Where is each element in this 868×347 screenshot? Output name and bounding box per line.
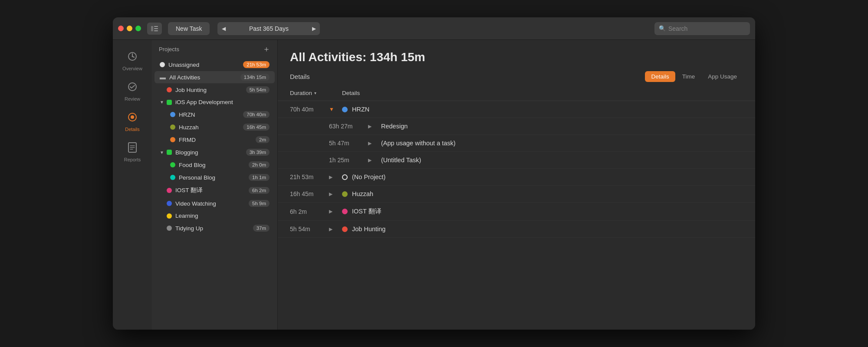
sidebar-toggle-button[interactable] bbox=[147, 23, 162, 35]
search-icon: 🔍 bbox=[659, 25, 666, 32]
projects-header: Projects ＋ bbox=[152, 40, 277, 56]
project-time-frmd: 2m bbox=[256, 136, 270, 143]
project-dot-unassigned bbox=[160, 62, 165, 67]
period-label: Past 365 Days bbox=[230, 25, 308, 32]
project-time-tidying-up: 37m bbox=[253, 225, 270, 232]
project-name-job-hunting: Job Hunting bbox=[175, 87, 246, 93]
sidebar-item-review[interactable]: Review bbox=[115, 77, 150, 106]
project-time-video-watching: 5h 9m bbox=[249, 200, 270, 207]
project-time-huzzah: 16h 45m bbox=[243, 124, 270, 131]
prev-period-button[interactable]: ◀ bbox=[217, 22, 230, 35]
project-dot-huzzah bbox=[170, 124, 175, 130]
project-item-hrzn[interactable]: HRZN 70h 40m bbox=[155, 108, 275, 121]
act-duration-huzzah: 16h 45m bbox=[290, 190, 329, 197]
activity-row-redesign[interactable]: 63h 27m ▶ Redesign bbox=[278, 118, 755, 135]
overview-icon bbox=[127, 51, 138, 64]
project-dot-job-hunting bbox=[167, 87, 172, 92]
project-item-tidying-up[interactable]: Tidying Up 37m bbox=[155, 222, 275, 234]
new-task-button[interactable]: New Task bbox=[168, 22, 210, 35]
activity-row-job-hunting[interactable]: 5h 54m ▶ Job Hunting bbox=[278, 221, 755, 238]
project-item-learning[interactable]: Learning bbox=[155, 210, 275, 222]
tab-app-usage[interactable]: App Usage bbox=[702, 71, 743, 82]
svg-rect-2 bbox=[154, 28, 158, 29]
project-time-hrzn: 70h 40m bbox=[243, 111, 270, 118]
project-name-video-watching: Video Watching bbox=[175, 200, 249, 207]
sidebar-item-reports[interactable]: Reports bbox=[115, 138, 150, 167]
project-name-frmd: FRMD bbox=[179, 137, 256, 143]
activity-row-untitled[interactable]: 1h 25m ▶ (Untitled Task) bbox=[278, 152, 755, 169]
activity-row-no-project[interactable]: 21h 53m ▶ (No Project) bbox=[278, 169, 755, 186]
project-item-frmd[interactable]: FRMD 2m bbox=[155, 134, 275, 146]
project-item-all-activities[interactable]: ▬ All Activities 134h 15m bbox=[155, 71, 275, 83]
act-name-app-usage: (App usage without a task) bbox=[381, 140, 456, 147]
project-item-video-watching[interactable]: Video Watching 5h 9m bbox=[155, 197, 275, 210]
project-item-unassigned[interactable]: Unassigned 21h 53m bbox=[155, 59, 275, 71]
table-header: Duration ▾ Details bbox=[278, 85, 755, 101]
search-input[interactable] bbox=[668, 25, 738, 32]
sidebar-item-overview[interactable]: Overview bbox=[115, 47, 150, 75]
sidebar-item-details[interactable]: Details bbox=[115, 108, 150, 136]
act-name-untitled: (Untitled Task) bbox=[381, 157, 421, 164]
close-button[interactable] bbox=[118, 26, 124, 31]
act-duration-job-hunting: 5h 54m bbox=[290, 226, 329, 232]
project-dot-iost bbox=[167, 188, 172, 193]
project-item-food-blog[interactable]: Food Blog 2h 0m bbox=[155, 159, 275, 171]
svg-rect-3 bbox=[154, 30, 158, 31]
reports-icon bbox=[128, 142, 137, 155]
project-name-ios-dev: iOS App Development bbox=[175, 99, 270, 105]
tab-time[interactable]: Time bbox=[676, 71, 701, 82]
project-item-job-hunting[interactable]: Job Hunting 5h 54m bbox=[155, 84, 275, 96]
project-sidebar: Projects ＋ Unassigned 21h 53m ▬ All Acti… bbox=[152, 40, 278, 330]
project-dot-learning bbox=[167, 213, 172, 219]
act-dot-huzzah bbox=[342, 191, 348, 197]
project-item-iost[interactable]: IOST 翻译 6h 2m bbox=[155, 184, 275, 197]
activity-row-iost[interactable]: 6h 2m ▶ IOST 翻译 bbox=[278, 203, 755, 221]
maximize-button[interactable] bbox=[135, 26, 141, 31]
act-arrow-iost: ▶ bbox=[329, 209, 342, 214]
project-item-personal-blog[interactable]: Personal Blog 1h 1m bbox=[155, 171, 275, 183]
add-project-button[interactable]: ＋ bbox=[263, 45, 270, 53]
act-arrow-redesign: ▶ bbox=[368, 124, 381, 129]
project-dot-personal-blog bbox=[170, 175, 175, 180]
project-name-unassigned: Unassigned bbox=[168, 62, 243, 68]
svg-rect-1 bbox=[154, 26, 158, 27]
project-name-all-activities: All Activities bbox=[169, 74, 240, 81]
review-label: Review bbox=[125, 96, 140, 101]
activity-row-app-usage-no-task[interactable]: 5h 47m ▶ (App usage without a task) bbox=[278, 135, 755, 152]
project-dot-frmd bbox=[170, 137, 175, 142]
project-item-ios-dev[interactable]: ▼ iOS App Development bbox=[155, 96, 275, 108]
overview-label: Overview bbox=[122, 66, 142, 71]
act-name-iost: IOST 翻译 bbox=[352, 207, 381, 216]
project-item-huzzah[interactable]: Huzzah 16h 45m bbox=[155, 121, 275, 133]
project-dot-blogging bbox=[167, 150, 172, 155]
content-area: All Activities: 134h 15m Details Details… bbox=[278, 40, 755, 330]
activity-row-huzzah[interactable]: 16h 45m ▶ Huzzah bbox=[278, 186, 755, 203]
tab-details[interactable]: Details bbox=[645, 71, 675, 82]
project-item-blogging[interactable]: ▼ Blogging 3h 39m bbox=[155, 146, 275, 158]
minimize-button[interactable] bbox=[127, 26, 132, 31]
review-icon bbox=[127, 82, 138, 95]
triangle-blogging: ▼ bbox=[160, 150, 164, 155]
project-dot-ios-dev bbox=[167, 100, 172, 105]
act-name-hrzn: HRZN bbox=[352, 106, 369, 113]
activity-row-hrzn[interactable]: 70h 40m ▼ HRZN bbox=[278, 101, 755, 118]
act-duration-no-project: 21h 53m bbox=[290, 174, 329, 180]
project-time-personal-blog: 1h 1m bbox=[249, 174, 270, 181]
content-title: All Activities: 134h 15m bbox=[290, 50, 743, 64]
project-name-blogging: Blogging bbox=[175, 149, 246, 156]
activity-list: 70h 40m ▼ HRZN 63h 27m ▶ Redesign 5h 47m bbox=[278, 101, 755, 330]
details-column-header: Details bbox=[342, 90, 360, 96]
act-duration-app-usage: 5h 47m bbox=[329, 140, 368, 147]
projects-title: Projects bbox=[159, 46, 179, 52]
traffic-lights bbox=[118, 26, 141, 31]
act-arrow-untitled: ▶ bbox=[368, 157, 381, 163]
act-name-no-project: (No Project) bbox=[352, 174, 385, 180]
project-name-tidying-up: Tidying Up bbox=[175, 225, 253, 232]
svg-point-10 bbox=[131, 115, 134, 119]
act-arrow-app-usage: ▶ bbox=[368, 141, 381, 146]
content-header: All Activities: 134h 15m bbox=[278, 40, 755, 71]
project-name-learning: Learning bbox=[175, 213, 270, 219]
duration-column-header[interactable]: Duration ▾ bbox=[290, 90, 342, 96]
titlebar: New Task ◀ Past 365 Days ▶ 🔍 bbox=[113, 17, 755, 40]
next-period-button[interactable]: ▶ bbox=[308, 22, 320, 35]
